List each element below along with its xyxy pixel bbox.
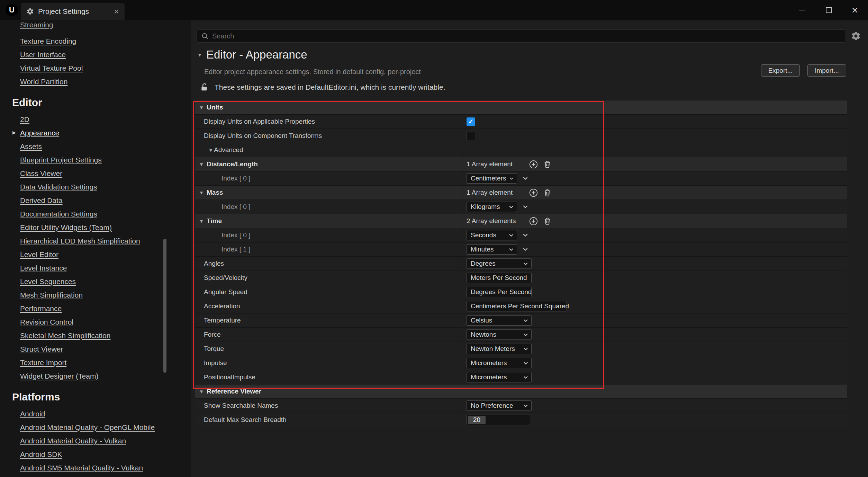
row-show-searchable-names: Show Searchable Names No Preference (195, 399, 847, 413)
collapse-arrow-icon[interactable]: ▾ (198, 161, 205, 168)
positional-impulse-dropdown[interactable]: Micrometers (467, 372, 532, 382)
element-options-dropdown[interactable] (523, 248, 528, 251)
sidebar-item[interactable]: Streaming (0, 20, 191, 30)
sidebar-item[interactable]: Derived Data (0, 194, 191, 207)
sidebar-item[interactable]: Class Viewer (0, 167, 191, 180)
sidebar-item[interactable]: Editor Utility Widgets (Team) (0, 221, 191, 234)
add-element-button[interactable] (529, 160, 538, 169)
import-button[interactable]: Import... (807, 64, 846, 77)
angular-speed-dropdown[interactable]: Degrees Per Second (467, 287, 532, 297)
sidebar-item[interactable]: Assets (0, 140, 191, 153)
sidebar-item-label: Performance (20, 304, 62, 313)
sidebar-item[interactable]: Blueprint Project Settings (0, 153, 191, 167)
sidebar-item[interactable]: Struct Viewer (0, 342, 191, 356)
delete-elements-button[interactable] (543, 188, 552, 197)
delete-elements-button[interactable] (543, 160, 552, 169)
sidebar-item-label: Data Validation Settings (20, 183, 97, 191)
torque-dropdown[interactable]: Newton Meters (467, 344, 532, 354)
row-time[interactable]: ▾ Time 2 Array elements (195, 214, 847, 228)
element-options-dropdown[interactable] (523, 205, 528, 209)
show-searchable-names-dropdown[interactable]: No Preference (467, 400, 532, 411)
tab-close-icon[interactable]: × (114, 7, 119, 16)
sidebar-item-label: Blueprint Project Settings (20, 156, 102, 164)
units-section-row[interactable]: ▾ Units (195, 100, 847, 115)
add-element-button[interactable] (529, 188, 538, 197)
config-writable-notice: These settings are saved in DefaultEdito… (215, 83, 445, 91)
speed-dropdown[interactable]: Meters Per Second (467, 273, 532, 283)
unlock-icon (200, 83, 209, 92)
mass-unit-dropdown[interactable]: Kilograms (467, 202, 517, 212)
sidebar-item-label: Android (20, 410, 45, 418)
checkbox[interactable] (467, 132, 475, 140)
sidebar-item[interactable]: Android (0, 407, 191, 421)
chevron-down-icon (523, 248, 528, 251)
settings-main-panel: Search ▾ Editor - Appearance Editor proj… (191, 20, 868, 477)
sidebar-item[interactable]: Texture Encoding (0, 34, 191, 48)
sidebar-item[interactable]: Level Editor (0, 248, 191, 261)
minimize-button[interactable] (789, 0, 815, 20)
export-button[interactable]: Export... (761, 64, 800, 77)
default-max-search-breadth-input[interactable]: 20 (467, 415, 530, 425)
sidebar-item[interactable]: Texture Import (0, 356, 191, 369)
sidebar-item-label: Level Sequences (20, 277, 76, 286)
sidebar-item[interactable]: ▶Appearance (0, 126, 191, 140)
sidebar-item-label: Virtual Texture Pool (20, 64, 83, 72)
sidebar-item[interactable]: Level Sequences (0, 275, 191, 288)
collapse-arrow-icon[interactable]: ▾ (198, 388, 205, 395)
checkbox[interactable]: ✓ (467, 117, 475, 126)
sidebar-item[interactable]: User Interface (0, 48, 191, 61)
sidebar-item-label: Android SM5 Material Quality - Vulkan (20, 464, 143, 472)
time-unit-dropdown[interactable]: Seconds (467, 230, 517, 240)
maximize-button[interactable] (815, 0, 842, 20)
sidebar-item[interactable]: Android Material Quality - OpenGL Mobile (0, 421, 191, 434)
sidebar-item[interactable]: Android SM5 Material Quality - Vulkan (0, 461, 191, 475)
collapse-arrow-icon[interactable]: ▾ (198, 189, 205, 196)
acceleration-dropdown[interactable]: Centimeters Per Second Squared (467, 301, 567, 311)
sidebar-item[interactable]: Data Validation Settings (0, 180, 191, 194)
sidebar-item[interactable]: Performance (0, 302, 191, 315)
sidebar-item[interactable]: 2D (0, 113, 191, 126)
collapse-arrow-icon[interactable]: ▾ (198, 104, 205, 111)
row-force: Force Newtons (195, 328, 847, 342)
sidebar-item[interactable]: Virtual Texture Pool (0, 61, 191, 75)
window-controls: × (789, 0, 868, 20)
row-advanced[interactable]: ▾ Advanced (195, 143, 847, 157)
sidebar-item[interactable]: World Partition (0, 75, 191, 88)
delete-elements-button[interactable] (543, 217, 552, 226)
search-input[interactable]: Search (197, 29, 845, 43)
add-element-button[interactable] (529, 217, 538, 226)
tab-project-settings[interactable]: Project Settings × (21, 3, 125, 20)
close-button[interactable]: × (842, 0, 868, 20)
scrollbar-thumb[interactable] (163, 239, 166, 373)
window-titlebar: U Project Settings × × (0, 0, 868, 20)
sidebar-scrollbar[interactable] (163, 20, 166, 477)
sidebar-item[interactable]: Documentation Settings (0, 207, 191, 221)
sidebar-item[interactable]: Hierarchical LOD Mesh Simplification (0, 234, 191, 248)
section-collapse-icon[interactable]: ▾ (197, 51, 203, 59)
temperature-dropdown[interactable]: Celsius (467, 315, 532, 326)
angles-dropdown[interactable]: Degrees (467, 258, 532, 269)
view-options-button[interactable] (850, 30, 862, 42)
sidebar-item[interactable]: Revision Control (0, 315, 191, 329)
impulse-dropdown[interactable]: Micrometers (467, 358, 532, 368)
time-unit-dropdown[interactable]: Minutes (467, 244, 517, 255)
collapse-arrow-icon[interactable]: ▾ (208, 147, 214, 154)
row-distance-length[interactable]: ▾ Distance/Length 1 Array element (195, 157, 847, 171)
sidebar-item[interactable]: Android SDK (0, 448, 191, 461)
force-dropdown[interactable]: Newtons (467, 329, 532, 340)
reference-viewer-section-row[interactable]: ▾ Reference Viewer (195, 385, 847, 399)
sidebar-item[interactable]: Skeletal Mesh Simplification (0, 329, 191, 342)
distance-unit-dropdown[interactable]: Centimeters (467, 173, 517, 184)
chevron-down-icon (509, 177, 514, 180)
sidebar-item[interactable]: Mesh Simplification (0, 288, 191, 302)
sidebar-item[interactable]: Level Instance (0, 261, 191, 275)
sidebar-item-label: Derived Data (20, 196, 63, 205)
row-mass-index-0: Index [ 0 ] Kilograms (195, 200, 847, 214)
sidebar-engine-list: Texture EncodingUser InterfaceVirtual Te… (0, 34, 191, 88)
sidebar-item[interactable]: Widget Designer (Team) (0, 369, 191, 383)
element-options-dropdown[interactable] (523, 177, 528, 180)
collapse-arrow-icon[interactable]: ▾ (198, 218, 205, 225)
sidebar-item[interactable]: Android Material Quality - Vulkan (0, 434, 191, 448)
element-options-dropdown[interactable] (523, 233, 528, 237)
row-mass[interactable]: ▾ Mass 1 Array element (195, 186, 847, 200)
